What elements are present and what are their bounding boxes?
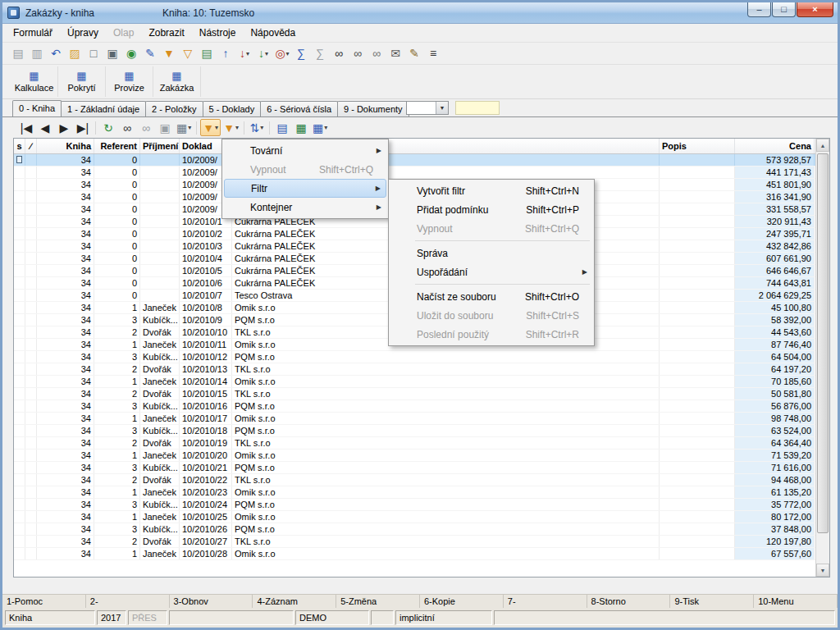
table-row[interactable]: 34010/2009/441 171,43	[14, 167, 815, 179]
table-row[interactable]: 343Kubíčk...10/2010/21PQM s.r.o71 616,00	[14, 462, 815, 474]
fkey-3-obnov[interactable]: 3-Obnov	[170, 595, 253, 608]
fkey-1-pomoc[interactable]: 1-Pomoc	[2, 595, 86, 608]
filter-menu-button[interactable]: ▼▾	[200, 119, 221, 136]
tab-9-dokumenty[interactable]: 9 - Dokumenty	[337, 101, 409, 117]
pokryti-button[interactable]: ▦Pokrytí	[58, 66, 106, 97]
filter-edit-button[interactable]: ▼▾	[221, 119, 240, 136]
new-document-icon[interactable]: □	[84, 45, 103, 62]
fkey-7[interactable]: 7-	[504, 595, 587, 608]
table-row[interactable]: 342Dvořák10/2010/27TKL s.r.o120 197,80	[14, 536, 815, 548]
column-header-s[interactable]: s	[14, 139, 25, 153]
fkey-6-kopie[interactable]: 6-Kopie	[420, 595, 504, 608]
arrow-down-red-icon[interactable]: ↓▾	[235, 45, 253, 62]
fkey-8-storno[interactable]: 8-Storno	[587, 595, 671, 608]
menu-item-filtr[interactable]: Filtr▶	[224, 179, 386, 198]
find-next-icon[interactable]: ∞	[349, 45, 367, 62]
column-header-cena[interactable]: Cena	[735, 139, 815, 153]
copy-icon[interactable]: ▣	[103, 45, 121, 62]
titlebar[interactable]: Zakázky - kniha Kniha: 10: Tuzemsko – □ …	[2, 2, 838, 24]
next-record-button[interactable]: ▶	[55, 119, 73, 136]
target-icon[interactable]: ◎▾	[273, 45, 291, 62]
fkey-4-z-znam[interactable]: 4-Záznam	[253, 595, 336, 608]
grid-settings-icon[interactable]: ▦▾	[311, 119, 329, 136]
table-row[interactable]: 341Janeček10/2010/28Omik s.r.o67 557,60	[14, 548, 815, 560]
table-row[interactable]: 342Dvořák10/2010/13TKL s.r.o64 197,20	[14, 363, 815, 376]
table-row[interactable]: 343Kubíčk...10/2010/26PQM s.r.o37 848,00	[14, 523, 815, 536]
last-record-button[interactable]: ▶|	[74, 119, 92, 136]
kalkulace-button[interactable]: ▦Kalkulace	[11, 66, 58, 97]
table-row[interactable]: 342Dvořák10/2010/22TKL s.r.o94 468,00	[14, 474, 815, 486]
fkey-5-zm-na[interactable]: 5-Změna	[336, 595, 420, 608]
table-row[interactable]: 343Kubíčk...10/2010/16PQM s.r.o56 876,00	[14, 400, 815, 413]
scrollbar-thumb[interactable]	[817, 153, 829, 533]
maximize-button[interactable]: □	[772, 2, 796, 17]
arrow-up-icon[interactable]: ↑	[217, 45, 235, 62]
menubar-item-n-stroje[interactable]: Nástroje	[192, 24, 244, 42]
menu-item-spr-va[interactable]: Správa	[390, 244, 592, 262]
column-header-p-jmen[interactable]: Příjmení	[140, 139, 180, 153]
fkey-10-menu[interactable]: 10-Menu	[754, 595, 838, 608]
arrow-down-green-icon[interactable]: ↓▾	[254, 45, 272, 62]
zakazka-button[interactable]: ▦Zakázka	[153, 66, 201, 97]
table-row[interactable]: 341Janeček10/2010/14Omik s.r.o70 185,60	[14, 376, 815, 388]
close-button[interactable]: ×	[797, 2, 833, 17]
table-row[interactable]: 342Dvořák10/2010/15TKL s.r.o50 581,80	[14, 388, 815, 400]
menubar-item-formul[interactable]: Formulář	[6, 24, 60, 42]
tab-6-s-riov-sla[interactable]: 6 - Sériová čísla	[260, 101, 338, 117]
prev-record-button[interactable]: ◀	[36, 119, 54, 136]
find-icon[interactable]: ∞	[118, 119, 136, 136]
undo-icon[interactable]: ↶	[47, 45, 65, 62]
menu-item-na-st-ze-souboru[interactable]: Načíst ze souboruShift+Ctrl+O	[390, 287, 592, 306]
tab-0-kniha[interactable]: 0 - Kniha	[12, 100, 62, 117]
menubar-item-n-pov-da[interactable]: Nápověda	[243, 24, 303, 42]
menu-item-kontejner[interactable]: Kontejner▶	[224, 198, 386, 217]
filter-edit-icon[interactable]: ▽	[179, 45, 197, 62]
find-goto-icon[interactable]: ∞	[368, 45, 386, 62]
table-row[interactable]: 343Kubíčk...10/2010/24PQM s.r.o35 772,00	[14, 499, 815, 511]
fkey-9-tisk[interactable]: 9-Tisk	[670, 595, 754, 608]
quick-search-input[interactable]	[455, 101, 500, 115]
menu-icon[interactable]: ≡	[424, 45, 442, 62]
fkey-2[interactable]: 2-	[86, 595, 170, 608]
sort-button[interactable]: ⇅▾	[248, 119, 266, 136]
column-header-1[interactable]: ∕	[25, 139, 37, 153]
column-header-popis[interactable]: Popis	[660, 139, 735, 153]
menubar-item-pravy[interactable]: Úpravy	[60, 24, 106, 42]
open-folder-icon[interactable]: ▨	[66, 45, 84, 62]
table-row[interactable]: 34010/2009/573 928,57	[14, 154, 815, 167]
snapshot-icon[interactable]: ▦▾	[175, 119, 193, 136]
mail-icon[interactable]: ✉	[386, 45, 404, 62]
layers-icon[interactable]: ▤	[198, 45, 216, 62]
filter-icon[interactable]: ▼	[160, 45, 178, 62]
tab-2-polo-ky[interactable]: 2 - Položky	[145, 101, 203, 117]
list-settings-icon[interactable]: ▤	[273, 119, 291, 136]
first-record-button[interactable]: |◀	[17, 119, 35, 136]
table-row[interactable]: 342Dvořák10/2010/19TKL s.r.o64 364,40	[14, 437, 815, 450]
vertical-scrollbar[interactable]: ▲ ▼	[815, 139, 829, 577]
column-header-kniha[interactable]: Kniha	[37, 139, 94, 153]
excel-export-icon[interactable]: ▦	[292, 119, 310, 136]
tab-1-z-kladn-daje[interactable]: 1 - Základní údaje	[61, 101, 146, 117]
menubar-item-zobrazit[interactable]: Zobrazit	[141, 24, 191, 42]
tab-5-doklady[interactable]: 5 - Doklady	[203, 101, 262, 117]
edit-page-icon[interactable]: ✎	[141, 45, 159, 62]
quick-filter-combo[interactable]: ▼	[406, 101, 449, 115]
scroll-up-icon[interactable]: ▲	[816, 139, 829, 152]
table-row[interactable]: 341Janeček10/2010/17Omik s.r.o98 748,00	[14, 413, 815, 425]
menu-item-tov-rn[interactable]: Tovární▶	[224, 141, 386, 160]
menu-item-uspo-d-n[interactable]: Uspořádání▶	[390, 262, 592, 281]
minimize-button[interactable]: –	[747, 2, 771, 17]
refresh-icon[interactable]: ↻	[99, 119, 117, 136]
table-row[interactable]: 343Kubíčk...10/2010/12PQM s.r.o64 504,00	[14, 351, 815, 363]
chevron-down-icon[interactable]: ▼	[436, 102, 448, 114]
table-row[interactable]: 341Janeček10/2010/23Omik s.r.o61 135,20	[14, 486, 815, 499]
scroll-down-icon[interactable]: ▼	[816, 564, 829, 577]
edit-note-icon[interactable]: ✎	[405, 45, 423, 62]
menu-item-p-idat-podm-nku[interactable]: Přidat podmínkuShift+Ctrl+P	[390, 200, 592, 219]
find-icon[interactable]: ∞	[330, 45, 348, 62]
lock-icon[interactable]: ◉	[122, 45, 140, 62]
column-header-referent[interactable]: Referent	[94, 139, 140, 153]
provize-button[interactable]: ▦Provize	[106, 66, 153, 97]
table-row[interactable]: 341Janeček10/2010/25Omik s.r.o80 172,00	[14, 511, 815, 523]
sum-icon[interactable]: ∑	[292, 45, 310, 62]
